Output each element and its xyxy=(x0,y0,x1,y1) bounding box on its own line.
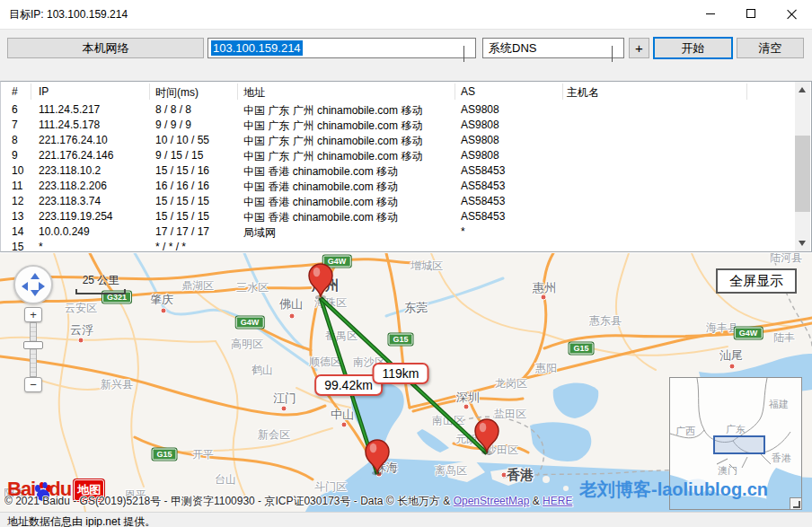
attribution-text: © 2021 Baidu - GS(2019)5218号 - 甲测资字11009… xyxy=(4,495,397,507)
minimap-label: 广东 xyxy=(726,423,746,436)
status-text: 地址数据信息由 ipip.net 提供。 xyxy=(7,514,155,527)
cell-time: 8 / 8 / 8 xyxy=(155,103,191,116)
close-icon xyxy=(787,9,797,19)
dns-combobox[interactable]: 系统DNS xyxy=(482,38,624,58)
col-hop[interactable]: # xyxy=(12,85,18,98)
close-button[interactable] xyxy=(772,0,812,27)
attribution-vendor: 长地万方 xyxy=(397,495,440,507)
cell-ip: 221.176.24.146 xyxy=(39,149,113,162)
cell-as: AS9808 xyxy=(461,134,499,146)
cell-ip: 111.24.5.217 xyxy=(39,103,100,116)
map-attribution: © 2021 Baidu - GS(2019)5218号 - 甲测资字11009… xyxy=(4,494,572,509)
cell-as: AS58453 xyxy=(461,164,505,177)
pan-left-icon[interactable] xyxy=(22,282,28,291)
fullscreen-button[interactable]: 全屏显示 xyxy=(716,268,797,294)
map-pin-zhuhai[interactable] xyxy=(362,438,393,476)
cell-time: 9 / 15 / 15 xyxy=(155,149,203,162)
scale-label: 25 公里 xyxy=(75,273,126,288)
minimap-collapse-button[interactable] xyxy=(790,497,802,510)
cell-as: AS58453 xyxy=(461,210,505,223)
cell-time: * / * / * xyxy=(155,241,186,252)
table-scrollbar[interactable] xyxy=(795,82,810,251)
cell-ip: 223.118.10.2 xyxy=(39,164,101,177)
table-row[interactable]: 10223.118.10.215 / 15 / 16中国 香港 chinamob… xyxy=(1,162,791,178)
clear-button[interactable]: 清空 xyxy=(737,38,804,58)
zoom-in-button[interactable]: + xyxy=(24,307,42,322)
col-time[interactable]: 时间(ms) xyxy=(155,85,199,101)
table-row[interactable]: 15** / * / * xyxy=(1,239,791,252)
map-pin-guangzhou[interactable] xyxy=(305,262,336,300)
scrollbar-thumb[interactable] xyxy=(795,136,810,212)
map-scale: 25 公里 xyxy=(75,273,126,294)
cell-hop: 12 xyxy=(12,195,23,207)
cell-ip: * xyxy=(39,241,43,252)
cell-as: AS58453 xyxy=(461,195,505,207)
col-ip[interactable]: IP xyxy=(39,85,49,98)
cell-ip: 10.0.0.249 xyxy=(39,225,90,238)
cell-time: 9 / 9 / 9 xyxy=(155,119,191,131)
traceroute-table: # IP 时间(ms) 地址 AS 主机名 6111.24.5.2178 / 8… xyxy=(0,81,812,252)
chevron-down-icon[interactable] xyxy=(612,46,619,53)
map-pan-control[interactable] xyxy=(13,265,53,304)
minimap-viewport[interactable] xyxy=(713,435,765,454)
site-watermark: 老刘博客-laoliublog.cn xyxy=(579,478,768,502)
cell-hop: 11 xyxy=(12,180,22,192)
maximize-icon xyxy=(746,9,755,18)
cell-ip: 223.119.19.254 xyxy=(39,210,113,223)
cell-time: 16 / 16 / 16 xyxy=(155,180,209,192)
table-row[interactable]: 7111.24.5.1789 / 9 / 9中国 广东 广州 chinamobi… xyxy=(1,117,791,132)
minimap-label: 香港 xyxy=(772,452,791,465)
zoom-slider-thumb[interactable] xyxy=(23,341,43,349)
openstreetmap-link[interactable]: OpenStreetMap xyxy=(454,495,530,507)
table-row[interactable]: 8221.176.24.1010 / 10 / 55中国 广东 广州 china… xyxy=(1,132,791,147)
local-network-button[interactable]: 本机网络 xyxy=(7,38,204,58)
target-ip-combobox[interactable]: 103.100.159.214 xyxy=(207,38,476,58)
status-bar: 地址数据信息由 ipip.net 提供。 xyxy=(0,512,812,527)
minimap-label: 澳门 xyxy=(718,464,737,478)
zoom-out-button[interactable]: − xyxy=(24,377,42,392)
cell-time: 15 / 15 / 15 xyxy=(155,210,209,223)
cell-hop: 10 xyxy=(12,164,23,177)
zoom-slider-track[interactable] xyxy=(30,322,37,377)
table-row[interactable]: 11223.118.2.20616 / 16 / 16中国 香港 chinamo… xyxy=(1,178,791,193)
table-body: 6111.24.5.2178 / 8 / 8中国 广东 广州 chinamobi… xyxy=(1,101,791,252)
pan-up-icon[interactable] xyxy=(31,273,40,279)
add-button[interactable]: + xyxy=(629,38,649,58)
cell-ip: 223.118.3.74 xyxy=(39,195,101,207)
baidu-map-canvas[interactable]: 云安区鼎湖区三水区肇庆云浮高明区新兴县鹤山佛山广州海珠区番禺区顺德区南沙区增城区… xyxy=(0,253,812,512)
col-as[interactable]: AS xyxy=(461,85,475,98)
dns-value: 系统DNS xyxy=(489,40,536,57)
table-row[interactable]: 13223.119.19.25415 / 15 / 15中国 香港 chinam… xyxy=(1,208,791,224)
table-row[interactable]: 1410.0.0.24917 / 17 / 17局域网* xyxy=(1,224,791,239)
chevron-down-icon[interactable] xyxy=(463,46,471,53)
cell-hop: 8 xyxy=(12,134,18,146)
pan-down-icon[interactable] xyxy=(31,290,40,296)
start-button[interactable]: 开始 xyxy=(653,37,733,59)
scroll-down-icon[interactable] xyxy=(799,241,806,246)
cell-time: 15 / 15 / 15 xyxy=(155,195,209,207)
minimap-label: 福建 xyxy=(769,398,789,411)
cell-time: 15 / 15 / 16 xyxy=(155,164,209,177)
col-addr[interactable]: 地址 xyxy=(243,85,265,101)
here-link[interactable]: HERE xyxy=(543,495,572,507)
map-pin-hongkong[interactable] xyxy=(472,417,502,455)
table-row[interactable]: 12223.118.3.7415 / 15 / 15中国 香港 chinamob… xyxy=(1,193,791,208)
toolbar: 本机网络 103.100.159.214 系统DNS + 开始 清空 目标IP:… xyxy=(0,29,812,81)
title-bar: 目标IP: 103.100.159.214 xyxy=(0,0,812,29)
window-title: 目标IP: 103.100.159.214 xyxy=(9,7,128,22)
table-row[interactable]: 6111.24.5.2178 / 8 / 8中国 广东 广州 chinamobi… xyxy=(1,101,791,117)
cell-as: AS9808 xyxy=(461,149,499,162)
table-row[interactable]: 9221.176.24.1469 / 15 / 15中国 广东 广州 china… xyxy=(1,147,791,162)
scroll-up-icon[interactable] xyxy=(799,87,806,92)
pan-right-icon[interactable] xyxy=(39,282,45,291)
cell-as: AS9808 xyxy=(461,119,499,131)
cell-hop: 14 xyxy=(12,225,23,238)
minimap-label: 广西 xyxy=(675,425,695,438)
target-ip-value: 103.100.159.214 xyxy=(211,40,303,56)
minimize-button[interactable] xyxy=(690,0,730,27)
cell-ip: 111.24.5.178 xyxy=(39,119,100,131)
cell-time: 17 / 17 / 17 xyxy=(155,225,209,238)
col-host[interactable]: 主机名 xyxy=(567,85,599,101)
cell-as: AS9808 xyxy=(461,103,499,116)
maximize-button[interactable] xyxy=(730,0,771,27)
